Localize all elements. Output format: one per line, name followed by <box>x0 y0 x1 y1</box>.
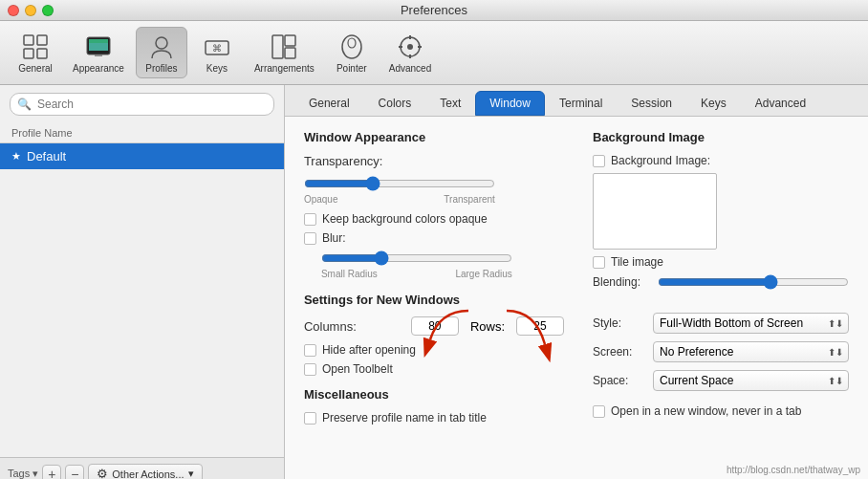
traffic-lights <box>8 5 54 16</box>
hide-after-checkbox[interactable] <box>304 344 316 357</box>
open-new-window-row: Open in a new window, never in a tab <box>593 404 849 418</box>
appearance-icon <box>83 32 114 62</box>
blur-labels: Small Radius Large Radius <box>321 269 512 279</box>
svg-rect-12 <box>285 35 295 46</box>
bg-image-preview <box>593 173 717 250</box>
open-toolbelt-checkbox[interactable] <box>304 363 316 376</box>
rows-input[interactable] <box>516 316 564 336</box>
watermark: http://blog.csdn.net/thatway_wp <box>727 465 860 475</box>
settings-content: Window Appearance Transparency: Opaque T… <box>285 117 868 479</box>
blending-row: Blending: <box>593 274 849 290</box>
preserve-label: Preserve profile name in tab title <box>322 411 487 425</box>
svg-rect-0 <box>24 35 33 45</box>
tab-keys[interactable]: Keys <box>686 91 741 116</box>
screen-row: Screen: No Preference ⬆⬇ <box>593 341 849 362</box>
bg-image-checkbox[interactable] <box>593 155 605 167</box>
advanced-icon <box>395 32 425 62</box>
space-dropdown-wrapper: Current Space ⬆⬇ <box>653 370 849 391</box>
title-bar: Preferences <box>0 0 868 21</box>
style-dropdown[interactable]: Full-Width Bottom of Screen <box>653 313 849 334</box>
keep-bg-checkbox[interactable] <box>304 213 316 226</box>
svg-rect-6 <box>89 39 108 43</box>
space-dropdown[interactable]: Current Space <box>653 370 849 391</box>
tags-label[interactable]: Tags ▾ <box>8 468 38 479</box>
transparency-slider-container: Opaque Transparent <box>304 176 564 205</box>
remove-profile-button[interactable]: − <box>65 465 84 480</box>
other-actions-button[interactable]: ⚙ Other Actions... ▾ <box>88 464 202 479</box>
rows-label: Rows: <box>470 319 505 334</box>
keys-icon: ⌘ <box>202 32 232 62</box>
toolbar-item-pointer[interactable]: Pointer <box>326 28 378 77</box>
profile-item-default[interactable]: ★ Default <box>0 143 284 169</box>
blur-label-left: Small Radius <box>321 269 378 279</box>
svg-rect-13 <box>285 48 295 58</box>
search-input[interactable] <box>10 93 274 116</box>
open-new-window-checkbox[interactable] <box>593 405 605 418</box>
profile-list: ★ Default <box>0 143 284 457</box>
blur-checkbox[interactable] <box>304 232 316 245</box>
star-icon: ★ <box>11 150 21 163</box>
open-new-window-checkbox-row: Open in a new window, never in a tab <box>593 404 849 418</box>
maximize-button[interactable] <box>42 5 54 16</box>
misc-title: Miscellaneous <box>304 387 564 402</box>
keep-bg-row: Keep background colors opaque <box>304 212 564 226</box>
window-title: Preferences <box>401 3 467 17</box>
blending-slider[interactable] <box>658 274 849 290</box>
blur-slider[interactable] <box>321 250 512 266</box>
transparency-slider[interactable] <box>304 176 495 191</box>
search-icon: 🔍 <box>17 98 32 111</box>
toolbar-label-keys: Keys <box>206 63 228 74</box>
add-profile-button[interactable]: + <box>42 465 61 480</box>
screen-label: Screen: <box>593 345 645 359</box>
blur-slider-container: Small Radius Large Radius <box>304 250 564 279</box>
toolbar-label-general: General <box>18 63 53 74</box>
columns-label: Columns: <box>304 319 400 334</box>
transparency-label-left: Opaque <box>304 194 338 205</box>
toolbar-label-appearance: Appearance <box>73 63 124 74</box>
bg-image-title: Background Image <box>593 130 849 144</box>
open-new-window-label: Open in a new window, never in a tab <box>611 404 801 418</box>
close-button[interactable] <box>8 5 19 16</box>
chevron-down-icon: ▾ <box>188 468 194 479</box>
toolbar-item-advanced[interactable]: Advanced <box>381 28 439 77</box>
style-label: Style: <box>593 316 645 330</box>
tab-window[interactable]: Window <box>475 91 545 116</box>
toolbar-item-profiles[interactable]: Profiles <box>136 27 187 78</box>
toolbar: General Appearance Profiles <box>0 21 868 85</box>
toolbar-item-arrangements[interactable]: Arrangements <box>247 28 322 77</box>
tile-checkbox[interactable] <box>593 256 605 269</box>
columns-rows-row: Columns: Rows: <box>304 316 564 336</box>
svg-rect-1 <box>37 35 47 45</box>
main-content: 🔍 Profile Name ★ Default Tags ▾ + − ⚙ Ot… <box>0 85 868 479</box>
appearance-section-title: Window Appearance <box>304 130 564 144</box>
toolbar-item-general[interactable]: General <box>10 28 61 77</box>
svg-rect-7 <box>95 54 102 56</box>
tab-colors[interactable]: Colors <box>364 91 426 116</box>
open-toolbelt-row: Open Toolbelt <box>304 362 564 376</box>
tab-session[interactable]: Session <box>617 91 686 116</box>
toolbar-item-appearance[interactable]: Appearance <box>65 28 132 77</box>
tab-terminal[interactable]: Terminal <box>545 91 617 116</box>
tab-general[interactable]: General <box>294 91 364 116</box>
minimize-button[interactable] <box>25 5 36 16</box>
svg-point-15 <box>348 38 356 48</box>
preserve-checkbox[interactable] <box>304 412 316 425</box>
tab-text[interactable]: Text <box>425 91 475 116</box>
svg-rect-11 <box>272 35 283 58</box>
tile-row: Tile image <box>593 255 849 269</box>
tab-advanced[interactable]: Advanced <box>741 91 820 116</box>
blending-label: Blending: <box>593 275 650 289</box>
general-icon <box>20 32 51 62</box>
hide-after-row: Hide after opening <box>304 343 564 357</box>
keep-bg-label: Keep background colors opaque <box>322 212 488 226</box>
profile-item-label: Default <box>27 149 66 163</box>
space-label: Space: <box>593 374 645 387</box>
right-panel: General Colors Text Window Terminal Sess… <box>285 85 868 479</box>
toolbar-item-keys[interactable]: ⌘ Keys <box>191 28 243 77</box>
screen-dropdown[interactable]: No Preference <box>653 341 849 362</box>
bg-image-label: Background Image: <box>611 154 710 167</box>
style-row: Style: Full-Width Bottom of Screen ⬆⬇ <box>593 313 849 334</box>
columns-input[interactable] <box>411 316 459 336</box>
gear-icon: ⚙ <box>97 467 108 479</box>
bg-image-row: Background Image: <box>593 154 849 167</box>
